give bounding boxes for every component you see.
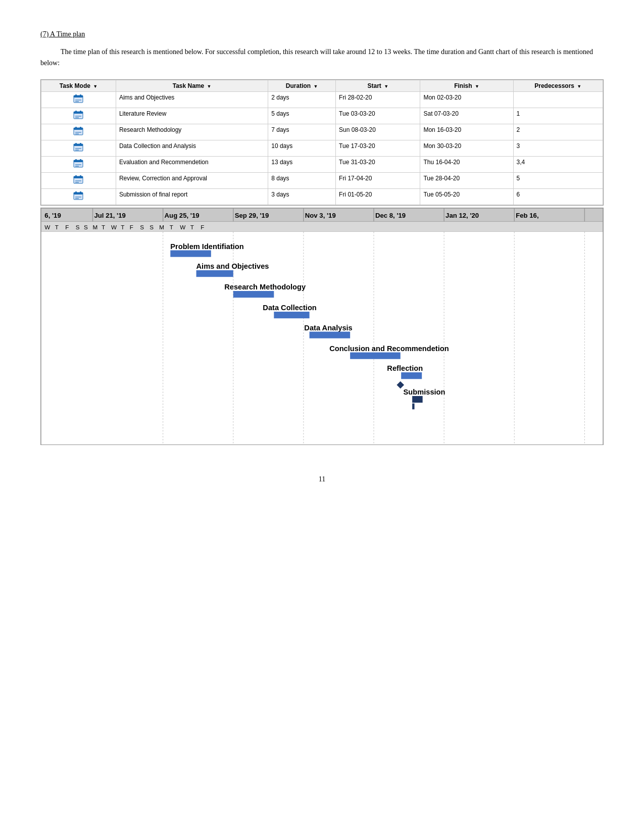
task-duration-cell: 8 days <box>268 172 336 188</box>
task-finish-cell: Mon 30-03-20 <box>420 140 513 156</box>
svg-rect-21 <box>80 143 81 145</box>
finish-dropdown-arrow[interactable]: ▼ <box>475 84 479 89</box>
svg-text:Problem Identifiation: Problem Identifiation <box>170 242 244 250</box>
svg-text:M: M <box>159 224 164 230</box>
task-predecessors-cell: 1 <box>513 108 603 124</box>
task-mode-cell <box>41 188 116 205</box>
table-row: Data Collection and Analysis10 daysTue 1… <box>41 140 603 156</box>
svg-text:Data Collection: Data Collection <box>263 304 317 312</box>
svg-rect-38 <box>75 191 77 193</box>
task-mode-cell <box>41 91 116 108</box>
svg-text:Jul 21, '19: Jul 21, '19 <box>94 212 125 219</box>
svg-text:Reflection: Reflection <box>387 364 423 372</box>
svg-rect-20 <box>75 143 77 145</box>
task-mode-cell <box>41 140 116 156</box>
svg-text:Sep 29, '19: Sep 29, '19 <box>235 212 269 219</box>
task-predecessors-cell: 3 <box>513 140 603 156</box>
table-row: Submission of final report3 daysFri 01-0… <box>41 188 603 205</box>
svg-text:Aims and Objectives: Aims and Objectives <box>196 262 269 270</box>
col-start[interactable]: Start ▼ <box>336 80 420 91</box>
start-dropdown-arrow[interactable]: ▼ <box>384 84 388 89</box>
svg-rect-88 <box>196 270 233 277</box>
task-duration-cell: 7 days <box>268 124 336 140</box>
svg-text:T: T <box>121 224 124 230</box>
col-duration[interactable]: Duration ▼ <box>268 80 336 91</box>
task-duration-cell: 13 days <box>268 156 336 172</box>
svg-text:F: F <box>130 224 133 230</box>
table-row: Evaluation and Recommendetion13 daysTue … <box>41 156 603 172</box>
svg-rect-7 <box>74 112 83 114</box>
svg-text:Conclusion and Recommendetion: Conclusion and Recommendetion <box>329 344 449 352</box>
svg-text:S: S <box>150 224 154 230</box>
task-finish-cell: Thu 16-04-20 <box>420 156 513 172</box>
task-mode-cell <box>41 108 116 124</box>
task-predecessors-cell: 6 <box>513 188 603 205</box>
task-finish-cell: Tue 05-05-20 <box>420 188 513 205</box>
task-finish-cell: Mon 02-03-20 <box>420 91 513 108</box>
task-mode-cell <box>41 156 116 172</box>
table-row: Research Methodology7 daysSun 08-03-20Mo… <box>41 124 603 140</box>
svg-rect-31 <box>74 176 83 178</box>
col-task-name[interactable]: Task Name ▼ <box>116 80 268 91</box>
svg-rect-13 <box>74 128 83 130</box>
svg-text:S: S <box>140 224 144 230</box>
task-finish-cell: Sat 07-03-20 <box>420 108 513 124</box>
svg-text:Submission: Submission <box>404 388 445 396</box>
task-start-cell: Fri 01-05-20 <box>336 188 420 205</box>
task-name-dropdown-arrow[interactable]: ▼ <box>207 84 212 89</box>
task-finish-cell: Tue 28-04-20 <box>420 172 513 188</box>
svg-text:Feb 16,: Feb 16, <box>516 212 538 219</box>
svg-rect-15 <box>80 127 81 129</box>
svg-rect-101 <box>412 396 423 403</box>
task-start-cell: Fri 28-02-20 <box>336 91 420 108</box>
task-start-cell: Fri 17-04-20 <box>336 172 420 188</box>
task-table: Task Mode ▼ Task Name ▼ Duration ▼ Start… <box>41 80 603 205</box>
col-predecessors[interactable]: Predecessors ▼ <box>513 80 603 91</box>
svg-rect-14 <box>75 127 77 129</box>
task-predecessors-cell <box>513 91 603 108</box>
task-start-cell: Tue 31-03-20 <box>336 156 420 172</box>
task-mode-dropdown-arrow[interactable]: ▼ <box>93 84 97 89</box>
task-name-cell: Research Methodology <box>116 124 268 140</box>
task-duration-cell: 5 days <box>268 108 336 124</box>
svg-rect-27 <box>80 159 81 161</box>
svg-text:W: W <box>180 224 185 230</box>
task-mode-cell <box>41 124 116 140</box>
col-task-mode[interactable]: Task Mode ▼ <box>41 80 116 91</box>
task-finish-cell: Mon 16-03-20 <box>420 124 513 140</box>
svg-text:T: T <box>190 224 194 230</box>
predecessors-dropdown-arrow[interactable]: ▼ <box>577 84 581 89</box>
svg-rect-2 <box>75 94 77 96</box>
task-table-wrapper: Task Mode ▼ Task Name ▼ Duration ▼ Start… <box>40 79 604 206</box>
task-predecessors-cell: 2 <box>513 124 603 140</box>
col-finish[interactable]: Finish ▼ <box>420 80 513 91</box>
task-name-cell: Submission of final report <box>116 188 268 205</box>
svg-rect-9 <box>80 111 81 113</box>
svg-text:Jan 12, '20: Jan 12, '20 <box>445 212 479 219</box>
body-paragraph: The time plan of this research is mentio… <box>40 46 604 69</box>
svg-text:S: S <box>84 224 88 230</box>
page-number: 11 <box>40 475 604 483</box>
svg-rect-90 <box>233 291 274 298</box>
svg-rect-1 <box>74 95 83 97</box>
svg-text:T: T <box>55 224 59 230</box>
svg-text:T: T <box>170 224 173 230</box>
svg-rect-33 <box>80 175 81 177</box>
svg-text:Data Analysis: Data Analysis <box>304 323 352 331</box>
svg-rect-26 <box>75 159 77 161</box>
task-start-cell: Tue 17-03-20 <box>336 140 420 156</box>
svg-text:W: W <box>44 224 50 230</box>
svg-text:W: W <box>111 224 117 230</box>
task-predecessors-cell: 5 <box>513 172 603 188</box>
svg-text:Research Methodology: Research Methodology <box>224 283 306 291</box>
duration-dropdown-arrow[interactable]: ▼ <box>314 84 318 89</box>
svg-rect-32 <box>75 175 77 177</box>
task-duration-cell: 10 days <box>268 140 336 156</box>
svg-text:Nov 3, '19: Nov 3, '19 <box>305 212 336 219</box>
svg-text:Dec 8, '19: Dec 8, '19 <box>375 212 406 219</box>
svg-text:6, '19: 6, '19 <box>44 212 61 219</box>
svg-text:Aug 25, '19: Aug 25, '19 <box>165 212 200 219</box>
svg-text:T: T <box>102 224 105 230</box>
svg-rect-3 <box>80 94 81 96</box>
svg-rect-94 <box>310 331 351 338</box>
